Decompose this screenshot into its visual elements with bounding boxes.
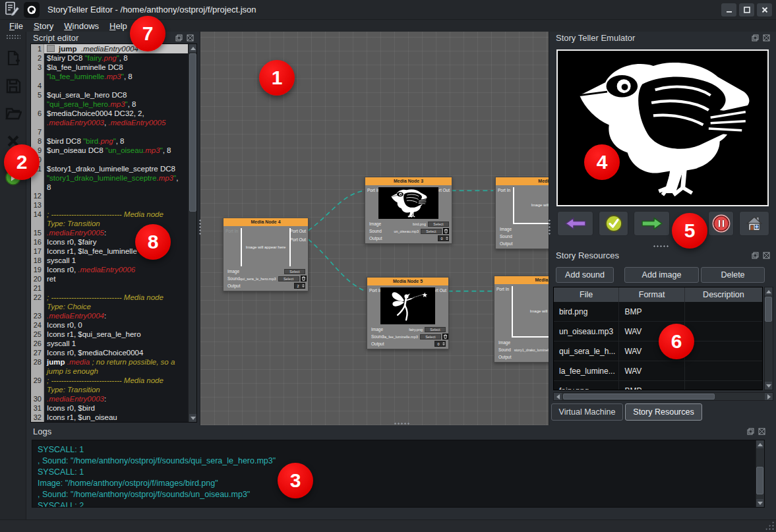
code-line[interactable]: 3$la_fee_luminelle DC8"la_fee_luminelle.… bbox=[31, 63, 188, 81]
emulator-home-button[interactable] bbox=[739, 211, 769, 236]
logs-output[interactable]: SYSCALL: 1, Sound: "/home/anthony/ostpro… bbox=[32, 440, 765, 508]
menu-story[interactable]: Story bbox=[34, 21, 53, 31]
port-in[interactable]: Port In bbox=[498, 188, 510, 192]
scroll-left-icon[interactable] bbox=[554, 393, 562, 400]
select-button[interactable]: Select bbox=[421, 229, 442, 234]
code-line[interactable]: 10 bbox=[31, 155, 188, 164]
media-node[interactable]: Media Node 5Port InPort OutImagefairy.pn… bbox=[367, 277, 449, 349]
emulator-pause-button[interactable] bbox=[708, 211, 734, 236]
scrollbar-thumb[interactable] bbox=[765, 297, 772, 322]
float-panel-icon[interactable] bbox=[751, 251, 760, 260]
scroll-up-icon[interactable] bbox=[756, 440, 763, 448]
delete-button[interactable]: Delete bbox=[701, 267, 765, 283]
code-line[interactable]: 32Icons r1, $un_oiseau bbox=[31, 413, 188, 422]
scrollbar-thumb[interactable] bbox=[756, 467, 763, 494]
menu-file[interactable]: File bbox=[9, 21, 23, 31]
emulator-next-button[interactable] bbox=[634, 211, 670, 236]
tab-story-resources[interactable]: Story Resources bbox=[625, 403, 702, 421]
table-horizontal-scrollbar[interactable] bbox=[553, 392, 773, 401]
code-line[interactable]: 27Icons r0, $mediaChoice0004 bbox=[31, 348, 188, 357]
code-line[interactable]: 4 bbox=[31, 81, 188, 90]
code-line[interactable]: 13 bbox=[31, 200, 188, 210]
scroll-down-icon[interactable] bbox=[765, 382, 772, 390]
code-line[interactable]: 22; ---------------------------- Media n… bbox=[31, 293, 188, 311]
save-icon[interactable] bbox=[3, 75, 24, 96]
scroll-right-icon[interactable] bbox=[765, 393, 773, 400]
menu-windows[interactable]: Windows bbox=[64, 21, 99, 31]
trash-icon[interactable] bbox=[442, 334, 448, 340]
port-out[interactable]: Port Out bbox=[290, 229, 306, 233]
node-title[interactable]: Media Node 5 bbox=[367, 278, 448, 285]
float-panel-icon[interactable] bbox=[175, 34, 183, 42]
code-line[interactable]: 23.mediaEntry0004: bbox=[31, 311, 188, 320]
output-stepper[interactable]: 0 bbox=[438, 235, 449, 241]
output-stepper[interactable]: 2 bbox=[294, 283, 305, 289]
select-button[interactable]: Select bbox=[420, 334, 441, 340]
code-line[interactable]: 20ret bbox=[31, 274, 188, 283]
code-line[interactable]: 7 bbox=[31, 127, 188, 136]
table-row[interactable]: qui_sera_le_h...WAV bbox=[554, 341, 762, 361]
resize-grip[interactable] bbox=[765, 521, 774, 530]
script-editor-area[interactable]: 1jump .mediaEntry00042$fairy DC8 "fairy.… bbox=[30, 44, 197, 423]
code-line[interactable]: 8$bird DC8 "bird.png", 8 bbox=[31, 136, 188, 146]
minimize-button[interactable] bbox=[721, 3, 736, 16]
media-node[interactable]: Media NodePort InImage will appear hereI… bbox=[495, 177, 549, 249]
emulator-back-button[interactable] bbox=[557, 211, 593, 236]
code-line[interactable]: 9$un_oiseau DC8 "un_oiseau.mp3", 8 bbox=[31, 146, 188, 155]
close-panel-icon[interactable] bbox=[762, 251, 771, 260]
code-line[interactable]: 2$fairy DC8 "fairy.png", 8 bbox=[31, 53, 188, 63]
node-graph-canvas[interactable]: Media Node 4Port InPort OutPort OutImage… bbox=[200, 32, 549, 425]
add-image-button[interactable]: Add image bbox=[624, 267, 699, 283]
output-stepper[interactable]: 0 bbox=[434, 341, 446, 347]
select-button[interactable]: Select bbox=[278, 276, 299, 281]
maximize-button[interactable] bbox=[739, 3, 754, 16]
node-title[interactable]: Media Node 6 bbox=[494, 276, 549, 284]
close-panel-icon[interactable] bbox=[758, 427, 766, 436]
toolbar-drag-handle[interactable] bbox=[6, 34, 20, 39]
scroll-up-icon[interactable] bbox=[765, 287, 772, 295]
float-panel-icon[interactable] bbox=[751, 34, 760, 42]
media-node[interactable]: Media Node 6Port InImage will appear her… bbox=[494, 276, 549, 363]
code-line[interactable]: 25Icons r1, $qui_sera_le_hero bbox=[31, 330, 188, 339]
select-button[interactable]: Select bbox=[425, 327, 446, 332]
code-line[interactable]: 18syscall 1 bbox=[31, 256, 188, 265]
table-row[interactable]: la_fee_lumine...WAV bbox=[554, 361, 762, 381]
splitter-script-canvas[interactable] bbox=[198, 219, 202, 236]
trash-icon[interactable] bbox=[301, 276, 307, 281]
code-line[interactable]: 21 bbox=[31, 283, 188, 293]
code-line[interactable]: 5$qui_sera_le_hero DC8"qui_sera_le_hero.… bbox=[31, 90, 188, 109]
scroll-down-icon[interactable] bbox=[756, 499, 763, 507]
table-vertical-scrollbar[interactable] bbox=[764, 287, 773, 390]
scrollbar-thumb[interactable] bbox=[189, 53, 196, 212]
scroll-down-icon[interactable] bbox=[189, 414, 196, 422]
code-line[interactable]: 28jump .media ; no return possible, so a… bbox=[31, 357, 188, 376]
media-node[interactable]: Media Node 3Port InPort OutImagebird.png… bbox=[365, 177, 452, 244]
port-in[interactable]: Port In bbox=[496, 287, 509, 291]
close-button[interactable] bbox=[757, 3, 772, 16]
code-line[interactable]: 6$mediaChoice0004 DC32, 2,.mediaEntry000… bbox=[31, 109, 188, 127]
code-line[interactable]: 14; ---------------------------- Media n… bbox=[31, 210, 188, 228]
media-node[interactable]: Media Node 4Port InPort OutPort OutImage… bbox=[223, 218, 309, 291]
script-editor-scrollbar[interactable] bbox=[188, 44, 196, 422]
code-line[interactable]: 24Icons r0, 0 bbox=[31, 320, 188, 330]
menu-help[interactable]: Help bbox=[109, 21, 127, 31]
node-title[interactable]: Media Node bbox=[496, 177, 549, 185]
code-line[interactable]: 19Icons r0, .mediaEntry0006 bbox=[31, 265, 188, 274]
column-file[interactable]: File bbox=[554, 287, 619, 302]
code-line[interactable]: 1jump .mediaEntry0004 bbox=[31, 44, 188, 53]
scrollbar-thumb[interactable] bbox=[563, 394, 715, 399]
close-panel-icon[interactable] bbox=[186, 34, 194, 42]
open-folder-icon[interactable] bbox=[3, 103, 24, 124]
resources-table[interactable]: File Format Description bird.pngBMPun_oi… bbox=[553, 287, 763, 390]
tab-virtual-machine[interactable]: Virtual Machine bbox=[551, 403, 623, 421]
table-row[interactable]: un_oiseau.mp3WAV bbox=[554, 322, 762, 341]
scroll-up-icon[interactable] bbox=[189, 44, 196, 52]
code-line[interactable]: 31Icons r0, $bird bbox=[31, 403, 188, 413]
select-button[interactable]: Select bbox=[428, 222, 449, 227]
emulator-confirm-button[interactable] bbox=[599, 211, 628, 236]
code-line[interactable]: 30.mediaEntry0003: bbox=[31, 394, 188, 403]
code-line[interactable]: 29; ---------------------------- Media n… bbox=[31, 376, 188, 394]
code-line[interactable]: 11$story1_drako_luminelle_sceptre DC8"st… bbox=[31, 164, 188, 192]
trash-icon[interactable] bbox=[443, 228, 449, 234]
table-row[interactable]: bird.pngBMP bbox=[554, 302, 762, 322]
